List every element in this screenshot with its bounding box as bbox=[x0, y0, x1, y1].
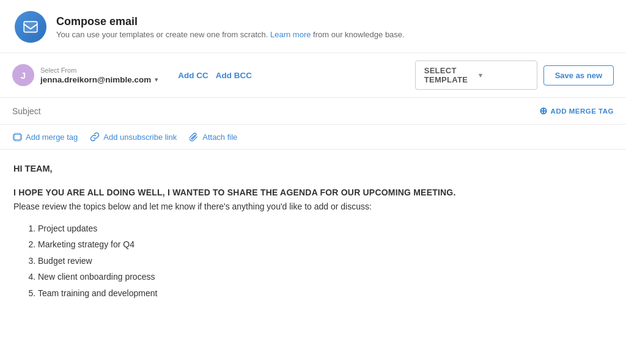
attach-file-label: Attach file bbox=[202, 133, 237, 142]
merge-tag-icon bbox=[12, 132, 22, 142]
add-unsubscribe-link[interactable]: Add unsubscribe link bbox=[90, 132, 177, 142]
select-template-label: SELECT TEMPLATE bbox=[424, 66, 474, 84]
add-unsubscribe-label: Add unsubscribe link bbox=[103, 133, 177, 142]
email-body: HI TEAM, I HOPE YOU ARE ALL DOING WELL, … bbox=[0, 150, 626, 315]
add-cc-button[interactable]: Add CC bbox=[175, 70, 211, 81]
email-greeting: HI TEAM, bbox=[13, 162, 613, 176]
header-subtitle: You can use your templates or create new… bbox=[56, 30, 405, 39]
svg-rect-0 bbox=[24, 21, 37, 32]
email-intro-line1: I HOPE YOU ARE ALL DOING WELL, I WANTED … bbox=[13, 186, 613, 199]
template-section: SELECT TEMPLATE ▾ Save as new bbox=[415, 60, 614, 90]
dropdown-arrow-icon: ▾ bbox=[155, 76, 158, 84]
toolbar-row: J Select From jenna.dreikorn@nimble.com … bbox=[0, 53, 626, 98]
attach-file-icon bbox=[189, 132, 199, 142]
link-icon bbox=[90, 132, 100, 142]
from-info: Select From jenna.dreikorn@nimble.com ▾ bbox=[40, 67, 158, 84]
email-icon bbox=[15, 11, 46, 43]
page-title: Compose email bbox=[56, 15, 405, 28]
compose-email-header: Compose email You can use your templates… bbox=[0, 0, 626, 53]
header-text: Compose email You can use your templates… bbox=[56, 15, 405, 39]
from-email: jenna.dreikorn@nimble.com bbox=[40, 75, 151, 84]
email-intro-line2: Please review the topics below and let m… bbox=[13, 200, 613, 213]
list-item: New client onboarding process bbox=[38, 270, 613, 283]
list-item: Project updates bbox=[38, 222, 613, 235]
attach-file-link[interactable]: Attach file bbox=[189, 132, 237, 142]
save-as-new-button[interactable]: Save as new bbox=[543, 65, 614, 86]
circle-plus-icon: ⊕ bbox=[539, 105, 548, 117]
template-dropdown-arrow-icon: ▾ bbox=[479, 71, 528, 79]
avatar: J bbox=[12, 64, 34, 86]
subject-row: ⊕ ADD MERGE TAG bbox=[0, 98, 626, 125]
cc-bcc-section: Add CC Add BCC bbox=[175, 70, 254, 81]
list-item: Team training and development bbox=[38, 286, 613, 300]
add-merge-tag-subject-button[interactable]: ⊕ ADD MERGE TAG bbox=[539, 105, 614, 117]
list-item: Budget review bbox=[38, 254, 613, 268]
subject-input[interactable] bbox=[12, 106, 539, 116]
from-section: J Select From jenna.dreikorn@nimble.com … bbox=[12, 64, 158, 86]
from-email-row[interactable]: jenna.dreikorn@nimble.com ▾ bbox=[40, 75, 158, 84]
add-merge-tag-subject-label: ADD MERGE TAG bbox=[551, 107, 614, 115]
list-item: Marketing strategy for Q4 bbox=[38, 238, 613, 251]
select-template-dropdown[interactable]: SELECT TEMPLATE ▾ bbox=[415, 60, 537, 90]
add-merge-tag-label: Add merge tag bbox=[26, 133, 78, 142]
learn-more-link[interactable]: Learn more bbox=[270, 30, 311, 39]
body-toolbar: Add merge tag Add unsubscribe link Attac… bbox=[0, 125, 626, 150]
email-list: Project updatesMarketing strategy for Q4… bbox=[38, 222, 613, 300]
add-merge-tag-link[interactable]: Add merge tag bbox=[12, 132, 78, 142]
from-label: Select From bbox=[40, 67, 158, 74]
add-bcc-button[interactable]: Add BCC bbox=[213, 70, 254, 81]
